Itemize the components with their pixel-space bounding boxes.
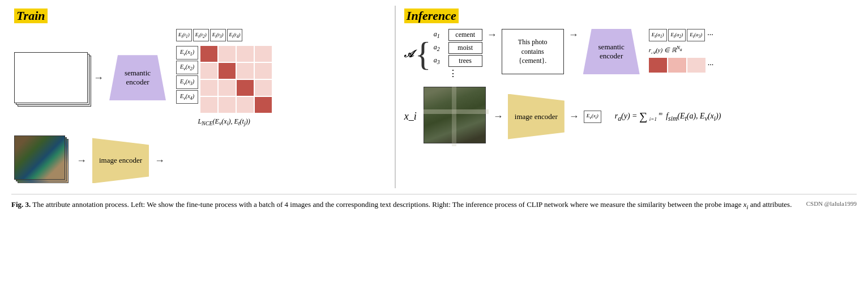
- diagram-area: Train A blue swimming pool is surrounded…: [11, 6, 857, 188]
- inference-top-row: 𝒜 { a1 cement a2 moist a3 tre: [404, 29, 854, 79]
- road-overlay-v: [452, 87, 456, 143]
- xi-label: x_i: [404, 111, 417, 122]
- inf-embed-a1: Et(a1): [649, 29, 667, 41]
- inf-color-1: [649, 58, 667, 73]
- aerial-image-stack: [14, 135, 71, 185]
- caption-text: The attribute annotation process. Left: …: [32, 200, 792, 209]
- big-brace-symbol: {: [415, 37, 431, 71]
- attr-row-2: a2 moist: [434, 42, 482, 54]
- attr-row-3: a3 trees: [434, 55, 482, 67]
- inf-embed-a2: Et(a2): [668, 29, 686, 41]
- main-figure: Train A blue swimming pool is surrounded…: [11, 6, 857, 211]
- train-bottom-row: → image encoder →: [14, 135, 386, 185]
- inf-color-2: [668, 58, 686, 73]
- embed-v2: Ev(x2): [176, 61, 198, 74]
- loss-formula-label: LNCE(Ev(xi), Et(tj)): [176, 117, 272, 126]
- attr-dots: ⋮: [448, 68, 482, 79]
- image-encoder-shape: image encoder: [92, 138, 149, 183]
- caption-label: Fig. 3.: [11, 200, 31, 209]
- semantic-encoder-block: semantic encoder: [109, 55, 166, 100]
- grid-cell-3-0: [200, 97, 217, 113]
- train-title: Train: [14, 9, 386, 26]
- grid-cell-2-0: [200, 80, 217, 96]
- inf-arrow-2: →: [568, 29, 579, 41]
- ra-formula-area: ra(y) = ∑ i=1 m fsim(Et(a), Ev(xi)): [615, 110, 721, 123]
- train-image-encoder-arrow: →: [155, 155, 165, 167]
- matrix-area: Ev(x1) Ev(x2) Ev(x3) Ev(x4): [176, 46, 272, 113]
- grid-cell-0-0: [200, 46, 217, 62]
- ev-xi-area: Ev(xi): [584, 111, 601, 123]
- ev-xi-box: Ev(xi): [584, 111, 601, 123]
- grid-cell-1-1: [219, 63, 236, 79]
- image-encoder-block: image encoder: [92, 138, 149, 183]
- inference-bottom-row: x_i → image encoder →: [404, 87, 854, 146]
- grid-cell-0-2: [237, 46, 254, 62]
- attr-value-3: trees: [448, 55, 482, 67]
- grid-cell-0-1: [219, 46, 236, 62]
- train-text-arrow: →: [93, 72, 104, 84]
- inf-aerial-img-content: [424, 87, 486, 143]
- ra-formula-text: ra(y) = ∑ i=1 m fsim(Et(a), Ev(xi)): [615, 112, 721, 120]
- inf-color-3: [687, 58, 705, 73]
- similarity-grid: [200, 46, 272, 113]
- semantic-encoder-label: semantic encoder: [115, 69, 160, 87]
- inf-embed-row: Et(a1) Et(a2) Et(a3) ···: [649, 29, 714, 41]
- grid-cell-0-3: [255, 46, 272, 62]
- grid-cell-2-2: [237, 80, 254, 96]
- inf-bottom-arrow-2: →: [569, 111, 579, 122]
- grid-cell-1-3: [255, 63, 272, 79]
- inference-section: Inference 𝒜 { a1 cement a2 moist: [401, 6, 857, 149]
- r-A-label: r𝒜(y) ∈ ℝNa: [649, 45, 714, 56]
- watermark: CSDN @laIula1999: [806, 199, 857, 209]
- section-divider: [395, 6, 396, 188]
- grid-cell-2-3: [255, 80, 272, 96]
- inf-color-row: ···: [649, 58, 714, 73]
- grid-cell-1-2: [237, 63, 254, 79]
- attr-label-2: a2: [434, 43, 445, 52]
- train-section: Train A blue swimming pool is surrounded…: [11, 6, 389, 188]
- grid-cell-1-0: [200, 63, 217, 79]
- train-embed-area: Et(t1) Et(t2) Et(t3) Et(t4) Ev(x1) Ev(x2…: [176, 29, 272, 126]
- A-calligraphic-label: 𝒜: [404, 48, 413, 60]
- semantic-encoder-shape: semantic encoder: [109, 55, 166, 100]
- inf-image-encoder-block: image encoder: [508, 94, 565, 139]
- embed-t3: Et(t3): [210, 29, 226, 41]
- inf-bottom-arrow-1: →: [493, 111, 503, 122]
- caption-xi: xi: [743, 200, 749, 209]
- inf-embed-dots: ···: [707, 31, 713, 40]
- inf-arrow-1: →: [487, 29, 497, 41]
- photo-text-content: This photo contains {cement}.: [507, 37, 559, 66]
- grid-cell-3-3: [255, 97, 272, 113]
- train-text-page-3: [14, 52, 88, 103]
- aerial-img-layer-1: [14, 135, 65, 180]
- train-top-row: A blue swimming pool is surrounded by tr…: [14, 29, 386, 126]
- inf-aerial-image: [424, 87, 489, 146]
- inf-semantic-encoder-shape: semantic encoder: [583, 29, 640, 74]
- attr-list: a1 cement a2 moist a3 trees ⋮: [434, 29, 482, 79]
- inf-semantic-encoder-label: semantic encoder: [589, 43, 634, 61]
- attr-row-1: a1 cement: [434, 29, 482, 41]
- grid-cell-3-1: [219, 97, 236, 113]
- inf-embed-area: Et(a1) Et(a2) Et(a3) ··· r𝒜(y) ∈ ℝNa: [649, 29, 714, 73]
- embed-t4: Et(t4): [227, 29, 243, 41]
- train-image-arrow: →: [76, 155, 87, 167]
- attr-label-3: a3: [434, 56, 445, 65]
- ev-embedding-list: Ev(x1) Ev(x2) Ev(x3) Ev(x4): [176, 46, 198, 113]
- grid-cell-3-2: [237, 97, 254, 113]
- inf-embed-a3: Et(a3): [687, 29, 705, 41]
- embed-v1: Ev(x1): [176, 46, 198, 60]
- embed-t1: Et(t1): [176, 29, 192, 41]
- attr-label-1: a1: [434, 30, 445, 39]
- image-encoder-label: image encoder: [99, 156, 142, 165]
- caption-area: CSDN @laIula1999 Fig. 3. The attribute a…: [11, 194, 857, 211]
- inf-image-encoder-label: image encoder: [515, 112, 558, 121]
- inf-color-dots: ···: [708, 61, 714, 70]
- inf-image-encoder-shape: image encoder: [508, 94, 565, 139]
- inference-title-row: Inference: [404, 9, 854, 26]
- attr-brace-group: 𝒜 { a1 cement a2 moist a3 tre: [404, 29, 482, 79]
- embed-t2: Et(t2): [193, 29, 209, 41]
- train-text-stacked: A blue swimming pool is surrounded by tr…: [14, 52, 88, 103]
- embed-v3: Ev(x3): [176, 75, 198, 89]
- top-embeddings-row: Et(t1) Et(t2) Et(t3) Et(t4): [176, 29, 272, 41]
- attr-value-1: cement: [448, 29, 482, 41]
